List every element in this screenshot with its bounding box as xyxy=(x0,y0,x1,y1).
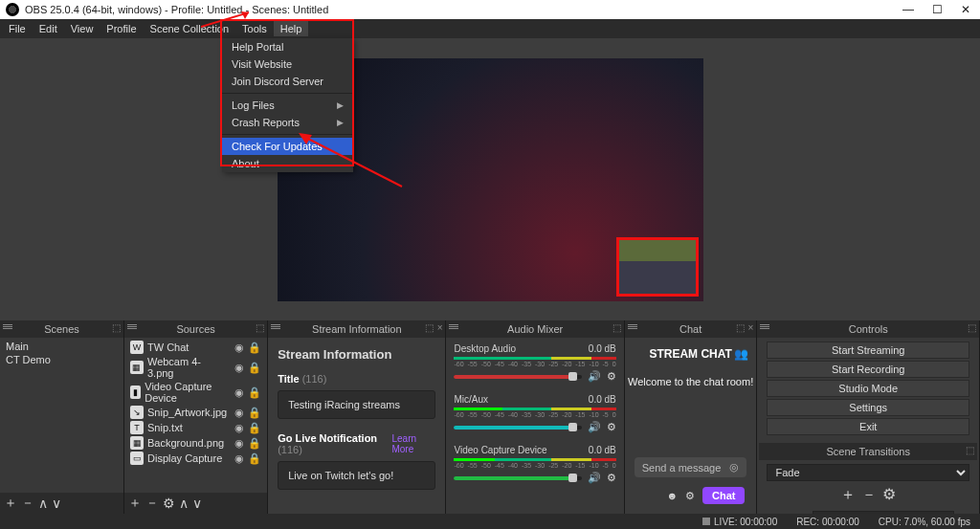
source-up-button[interactable]: ∧ xyxy=(179,496,189,511)
golive-input[interactable]: Live on Twitch let's go! xyxy=(278,461,435,490)
source-props-button[interactable]: ⚙ xyxy=(163,496,175,511)
chat-send-button[interactable]: Chat xyxy=(702,487,745,504)
lock-toggle[interactable]: 🔒 xyxy=(248,362,261,374)
visibility-toggle[interactable]: ◉ xyxy=(234,342,244,354)
chat-placeholder: Send a message xyxy=(642,462,722,474)
scene-item[interactable]: CT Demo xyxy=(2,353,122,366)
stream-info-heading: Stream Information xyxy=(278,347,435,362)
menu-profile[interactable]: Profile xyxy=(100,21,143,36)
help-log-files[interactable]: Log Files▶ xyxy=(222,97,353,114)
visibility-toggle[interactable]: ◉ xyxy=(234,452,244,465)
source-down-button[interactable]: ∨ xyxy=(192,496,202,511)
close-button[interactable]: ✕ xyxy=(951,0,980,19)
dock-grip-icon[interactable] xyxy=(449,324,458,332)
mute-icon[interactable]: 🔊 xyxy=(588,370,601,383)
scene-up-button[interactable]: ∧ xyxy=(38,496,48,511)
transition-select[interactable]: Fade xyxy=(767,464,969,481)
title-input[interactable]: Testing iRacing streams xyxy=(278,390,435,419)
visibility-toggle[interactable]: ◉ xyxy=(234,422,244,434)
remove-scene-button[interactable]: － xyxy=(21,495,34,512)
dock-close-icon[interactable]: × xyxy=(748,322,754,333)
help-about[interactable]: About xyxy=(222,155,353,172)
menu-edit[interactable]: Edit xyxy=(33,21,64,36)
source-item[interactable]: ▭Display Capture◉🔒 xyxy=(126,451,265,466)
lock-toggle[interactable]: 🔒 xyxy=(248,342,261,354)
mute-icon[interactable]: 🔊 xyxy=(588,421,601,433)
volume-slider[interactable] xyxy=(454,375,581,379)
channel-settings-icon[interactable]: ⚙ xyxy=(607,421,616,433)
source-label: TW Chat xyxy=(147,342,189,353)
source-item[interactable]: TSnip.txt◉🔒 xyxy=(126,420,265,435)
transition-add-button[interactable]: ＋ xyxy=(840,485,856,505)
dock-grip-icon[interactable] xyxy=(628,324,637,332)
volume-slider[interactable] xyxy=(454,426,581,430)
popout-icon[interactable]: ⬚ xyxy=(968,322,976,333)
studio-mode-button[interactable]: Studio Mode xyxy=(767,380,969,397)
popout-icon[interactable]: ⬚ xyxy=(736,322,745,333)
lock-toggle[interactable]: 🔒 xyxy=(248,437,261,450)
help-visit-website[interactable]: Visit Website xyxy=(222,55,353,73)
visibility-toggle[interactable]: ◉ xyxy=(234,437,244,450)
help-check-updates[interactable]: Check For Updates xyxy=(222,138,353,155)
start-streaming-button[interactable]: Start Streaming xyxy=(767,342,969,359)
source-item[interactable]: ▦Webcam 4-3.png◉🔒 xyxy=(126,355,265,380)
transition-remove-button[interactable]: － xyxy=(861,485,877,505)
transition-props-button[interactable]: ⚙ xyxy=(882,485,896,505)
help-crash-reports[interactable]: Crash Reports▶ xyxy=(222,114,353,131)
transitions-header: Scene Transitions ⬚ xyxy=(759,443,977,460)
source-item[interactable]: ↘Snip_Artwork.jpg◉🔒 xyxy=(126,405,265,420)
lock-toggle[interactable]: 🔒 xyxy=(248,386,261,399)
chat-input[interactable]: Send a message ◎ xyxy=(635,457,747,477)
menu-scene-collection[interactable]: Scene Collection xyxy=(144,21,236,36)
emoji-button[interactable]: ☻ xyxy=(666,490,678,501)
help-join-discord[interactable]: Join Discord Server xyxy=(222,73,353,90)
popout-icon[interactable]: ⬚ xyxy=(256,322,264,333)
popout-icon[interactable]: ⬚ xyxy=(425,322,434,333)
add-source-button[interactable]: ＋ xyxy=(128,495,142,512)
dock-grip-icon[interactable] xyxy=(760,324,769,332)
source-item[interactable]: ▮Video Capture Device◉🔒 xyxy=(126,380,265,405)
menu-help[interactable]: Help xyxy=(274,21,309,36)
source-item[interactable]: WTW Chat◉🔒 xyxy=(126,340,265,355)
settings-button[interactable]: Settings xyxy=(767,399,969,416)
popout-icon[interactable]: ⬚ xyxy=(612,322,621,333)
add-scene-button[interactable]: ＋ xyxy=(4,495,17,512)
users-icon[interactable]: 👥 xyxy=(734,347,748,361)
scene-item[interactable]: Main xyxy=(2,340,122,353)
popout-icon[interactable]: ⬚ xyxy=(966,445,974,455)
remove-source-button[interactable]: － xyxy=(145,495,159,512)
learn-more-link[interactable]: Learn More xyxy=(391,433,435,454)
channel-settings-icon[interactable]: ⚙ xyxy=(607,472,616,484)
popout-icon[interactable]: ⬚ xyxy=(112,322,121,333)
help-portal[interactable]: Help Portal xyxy=(222,38,353,55)
scene-down-button[interactable]: ∨ xyxy=(52,496,61,511)
lock-toggle[interactable]: 🔒 xyxy=(248,452,261,465)
start-recording-button[interactable]: Start Recording xyxy=(767,361,969,378)
dock-grip-icon[interactable] xyxy=(271,324,280,332)
dock-grip-icon[interactable] xyxy=(127,324,137,332)
visibility-toggle[interactable]: ◉ xyxy=(234,362,244,374)
transitions-title: Scene Transitions xyxy=(827,446,910,457)
visibility-toggle[interactable]: ◉ xyxy=(234,386,244,399)
menu-file[interactable]: File xyxy=(2,21,33,36)
lock-toggle[interactable]: 🔒 xyxy=(248,422,261,434)
webcam-pip[interactable] xyxy=(616,237,699,297)
help-updates-label: Check For Updates xyxy=(232,141,323,152)
emoji-icon[interactable]: ◎ xyxy=(729,461,739,474)
dock-grip-icon[interactable] xyxy=(3,324,12,332)
lock-toggle[interactable]: 🔒 xyxy=(248,407,261,419)
sources-dock: Sources ⬚ WTW Chat◉🔒▦Webcam 4-3.png◉🔒▮Vi… xyxy=(124,320,268,514)
dock-close-icon[interactable]: × xyxy=(437,322,443,333)
duration-input[interactable] xyxy=(813,511,954,514)
minimize-button[interactable]: — xyxy=(894,0,923,19)
menu-tools[interactable]: Tools xyxy=(235,21,274,36)
volume-slider[interactable] xyxy=(454,476,581,480)
exit-button[interactable]: Exit xyxy=(767,418,969,435)
menu-view[interactable]: View xyxy=(64,21,100,36)
channel-settings-icon[interactable]: ⚙ xyxy=(607,370,616,383)
source-item[interactable]: ▦Background.png◉🔒 xyxy=(126,435,265,451)
visibility-toggle[interactable]: ◉ xyxy=(234,407,244,419)
settings-icon[interactable]: ⚙ xyxy=(685,490,695,502)
maximize-button[interactable]: ☐ xyxy=(923,0,951,19)
mute-icon[interactable]: 🔊 xyxy=(588,472,601,484)
